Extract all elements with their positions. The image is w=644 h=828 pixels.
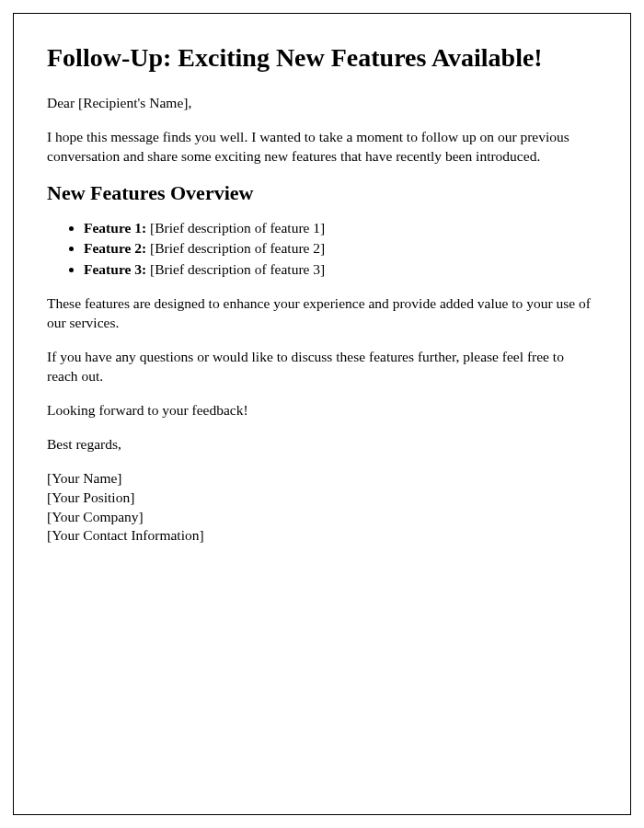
feature-label: Feature 3: [84, 261, 146, 277]
greeting-line: Dear [Recipient's Name], [47, 94, 597, 113]
list-item: Feature 1: [Brief description of feature… [84, 218, 597, 238]
feature-desc: [Brief description of feature 3] [150, 261, 325, 277]
list-item: Feature 3: [Brief description of feature… [84, 259, 597, 280]
feature-desc: [Brief description of feature 1] [150, 220, 325, 236]
features-heading: New Features Overview [47, 181, 597, 205]
closing-line: Best regards, [47, 435, 597, 454]
intro-paragraph: I hope this message finds you well. I wa… [47, 128, 597, 167]
document-frame: Follow-Up: Exciting New Features Availab… [13, 13, 631, 815]
page-title: Follow-Up: Exciting New Features Availab… [47, 41, 597, 74]
feature-label: Feature 1: [84, 220, 146, 236]
signature-contact: [Your Contact Information] [47, 526, 597, 546]
questions-paragraph: If you have any questions or would like … [47, 348, 597, 386]
signature-company: [Your Company] [47, 508, 597, 527]
list-item: Feature 2: [Brief description of feature… [84, 238, 597, 259]
signature-position: [Your Position] [47, 489, 597, 508]
feature-label: Feature 2: [84, 240, 146, 256]
signature-block: [Your Name] [Your Position] [Your Compan… [47, 469, 597, 546]
features-list: Feature 1: [Brief description of feature… [84, 218, 597, 280]
feature-desc: [Brief description of feature 2] [150, 240, 325, 256]
signature-name: [Your Name] [47, 469, 597, 489]
value-paragraph: These features are designed to enhance y… [47, 294, 597, 333]
feedback-paragraph: Looking forward to your feedback! [47, 401, 597, 420]
